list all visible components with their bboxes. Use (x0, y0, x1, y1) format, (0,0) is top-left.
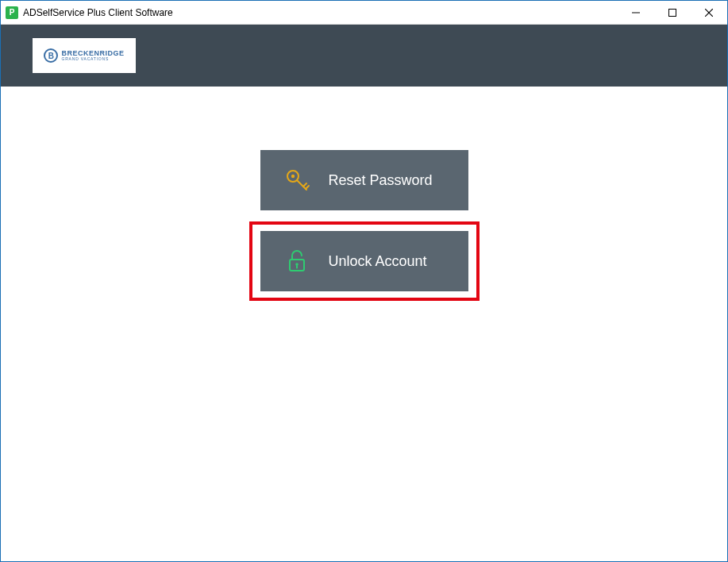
minimize-button[interactable] (618, 1, 654, 24)
brand-logo: B BRECKENRIDGE GRAND VACATIONS (33, 38, 136, 73)
reset-password-button[interactable]: Reset Password (260, 150, 468, 210)
close-icon (705, 9, 713, 17)
logo-mark-letter: B (48, 52, 54, 60)
logo-mark: B (44, 48, 58, 63)
svg-rect-1 (669, 9, 676, 16)
unlock-account-button[interactable]: Unlock Account (260, 231, 468, 291)
window-title: ADSelfService Plus Client Software (23, 7, 173, 18)
close-button[interactable] (691, 1, 727, 24)
app-icon: P (6, 6, 18, 19)
svg-line-8 (306, 186, 309, 189)
minimize-icon (632, 9, 640, 17)
unlock-account-label: Unlock Account (329, 253, 427, 270)
svg-point-5 (291, 175, 294, 178)
titlebar: P ADSelfService Plus Client Software (1, 1, 727, 25)
reset-password-label: Reset Password (329, 172, 433, 189)
logo-brand-sub: GRAND VACATIONS (61, 57, 124, 61)
logo-text: BRECKENRIDGE GRAND VACATIONS (61, 50, 124, 61)
content-area: Reset Password Unlock Account (1, 87, 727, 561)
window-controls (618, 1, 727, 24)
header-band: B BRECKENRIDGE GRAND VACATIONS (1, 25, 727, 87)
app-window: P ADSelfService Plus Client Software (0, 0, 728, 562)
highlight-annotation: Unlock Account (249, 221, 480, 301)
maximize-icon (668, 9, 676, 17)
app-icon-glyph: P (10, 9, 15, 17)
lock-icon (283, 247, 311, 275)
key-icon (283, 166, 311, 194)
svg-line-7 (303, 183, 306, 187)
titlebar-left: P ADSelfService Plus Client Software (1, 6, 173, 19)
maximize-button[interactable] (654, 1, 691, 24)
